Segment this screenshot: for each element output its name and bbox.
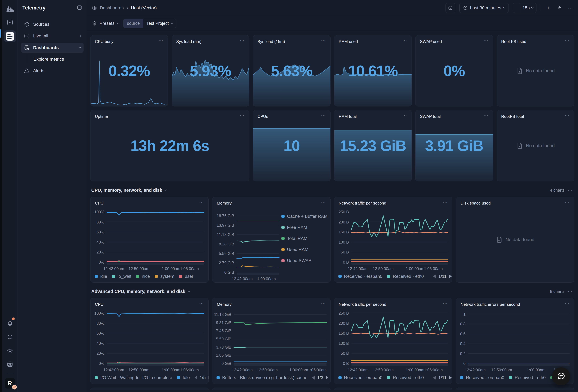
card-menu-button[interactable]: ⋯: [321, 302, 326, 305]
console-toggle-button[interactable]: [445, 3, 455, 13]
sidebar-item-alerts[interactable]: Alerts: [21, 66, 84, 76]
breadcrumb-root[interactable]: Dashboards: [100, 5, 124, 10]
card-menu-button[interactable]: ⋯: [565, 302, 570, 305]
theme-toggle-icon[interactable]: [5, 345, 15, 356]
brand-logo-icon[interactable]: [6, 4, 14, 14]
time-range-button[interactable]: Last 30 minutes: [459, 3, 509, 13]
empty-state: No data found: [456, 197, 574, 282]
pager-next-icon[interactable]: [449, 376, 452, 380]
legend-item[interactable]: Received - eth0: [509, 375, 546, 380]
card-menu-button[interactable]: ⋯: [240, 114, 245, 117]
card-menu-button[interactable]: ⋯: [565, 201, 570, 203]
chart-card-disk-space: Disk space used⋯ No data found: [456, 197, 574, 283]
pager-next-icon[interactable]: [449, 275, 452, 278]
legend-item[interactable]: Free RAM: [282, 225, 329, 230]
section-menu-button[interactable]: ⋯: [568, 189, 573, 192]
card-menu-button[interactable]: ⋯: [483, 39, 489, 42]
legend-item[interactable]: idle: [95, 274, 107, 279]
refresh-control: 15s: [513, 3, 536, 13]
support-chat-fab[interactable]: [552, 367, 570, 385]
refresh-now-button[interactable]: [513, 3, 519, 13]
pager-prev-icon[interactable]: [433, 275, 436, 278]
shortcuts-command-icon[interactable]: [5, 359, 15, 369]
stat-value: 10.61%: [334, 35, 412, 106]
more-options-button[interactable]: ⋯: [567, 4, 574, 11]
card-menu-button[interactable]: ⋯: [199, 201, 204, 203]
telemetry-app-tile[interactable]: [4, 30, 16, 42]
legend-item[interactable]: system: [155, 274, 174, 279]
svg-text:1:00:00am: 1:00:00am: [406, 368, 424, 372]
legend-item[interactable]: Cache + Buffer RAM: [282, 214, 329, 219]
add-chart-button[interactable]: +: [545, 4, 552, 11]
svg-text:1: 1: [463, 312, 466, 316]
line-chart[interactable]: 0 GiB1.86 GiB3.73 GiB5.59 GiB7.45 GiB9.3…: [213, 308, 329, 374]
sidebar-item-explore-metrics[interactable]: Explore metrics: [21, 54, 84, 64]
svg-text:100 B: 100 B: [338, 341, 349, 345]
svg-text:150 B: 150 B: [338, 230, 349, 234]
sidebar-item-live-tail[interactable]: Live tail: [21, 31, 84, 41]
chevron-down-icon[interactable]: [188, 290, 190, 292]
workspace-avatar[interactable]: R NF: [5, 378, 15, 389]
telemetry-app-icon: [6, 32, 14, 41]
pager-prev-icon[interactable]: [312, 376, 315, 380]
empty-state: No data found: [497, 35, 574, 106]
section-menu-button[interactable]: ⋯: [568, 290, 573, 293]
card-menu-button[interactable]: ⋯: [240, 39, 245, 42]
line-chart[interactable]: 0%20%40%60%80%100%12:42:00am12:50:00am1:…: [91, 308, 207, 374]
card-menu-button[interactable]: ⋯: [199, 302, 204, 305]
svg-text:50 B: 50 B: [341, 250, 349, 254]
legend-item[interactable]: I/O Wait - Waiting for I/O to complete: [95, 375, 172, 380]
card-menu-button[interactable]: ⋯: [321, 39, 326, 42]
presets-dropdown[interactable]: Presets: [92, 21, 119, 26]
card-menu-button[interactable]: ⋯: [321, 201, 326, 203]
legend-item[interactable]: Received - eth0: [387, 274, 424, 279]
line-chart[interactable]: 0 B50 B100 B150 B200 B250 B12:42:00am12:…: [335, 308, 451, 374]
legend-item[interactable]: nice: [136, 274, 150, 279]
events-lightning-button[interactable]: [556, 4, 563, 11]
pager-next-icon[interactable]: [208, 376, 208, 380]
line-chart[interactable]: 00.20.40.60.8112:42:00am12:50:00am1:00:0…: [457, 308, 573, 374]
pager-prev-icon[interactable]: [433, 376, 436, 380]
legend-item[interactable]: Received - erspan0: [460, 375, 504, 380]
card-menu-button[interactable]: ⋯: [402, 39, 407, 42]
legend-item[interactable]: user: [179, 274, 193, 279]
pager-next-icon[interactable]: [326, 376, 328, 380]
sidebar-item-sources[interactable]: Sources: [21, 19, 84, 29]
section-title[interactable]: CPU, memory, network, and disk: [91, 188, 162, 193]
card-menu-button[interactable]: ⋯: [443, 302, 448, 305]
card-title: Network traffic per second: [339, 201, 386, 206]
legend-item[interactable]: Buffers - Block device (e.g. harddisk) c…: [217, 375, 307, 380]
legend-item[interactable]: Received - erspan0: [338, 274, 383, 279]
legend-item[interactable]: Total RAM: [282, 236, 329, 241]
card-menu-button[interactable]: ⋯: [443, 201, 448, 203]
rail-divider: [6, 374, 13, 374]
legend-item[interactable]: io_wait: [112, 274, 131, 279]
card-menu-button[interactable]: ⋯: [321, 114, 326, 117]
refresh-interval-label: 15s: [523, 5, 530, 10]
card-menu-button[interactable]: ⋯: [565, 114, 570, 117]
quickstart-icon[interactable]: [5, 17, 15, 27]
section-title[interactable]: Advanced CPU, memory, network, and disk: [91, 289, 185, 294]
feedback-chat-icon[interactable]: [5, 332, 15, 342]
refresh-interval-button[interactable]: 15s: [519, 3, 536, 13]
card-menu-button[interactable]: ⋯: [565, 39, 570, 42]
line-chart[interactable]: 0 GiB2.79 GiB5.59 GiB8.38 GiB11.18 GiB13…: [213, 207, 282, 282]
sidebar-collapse-icon[interactable]: [77, 5, 82, 11]
pager-prev-icon[interactable]: [194, 376, 197, 380]
sidebar-item-label: Explore metrics: [34, 57, 64, 62]
line-chart[interactable]: 0 B50 B100 B150 B200 B250 B12:42:00am12:…: [335, 207, 451, 272]
card-menu-button[interactable]: ⋯: [483, 114, 489, 117]
chevron-down-icon[interactable]: [165, 189, 167, 191]
sidebar-item-dashboards[interactable]: Dashboards: [21, 43, 84, 53]
source-filter[interactable]: source Test Project: [123, 19, 176, 28]
notifications-bell-icon[interactable]: [5, 318, 15, 329]
legend-item[interactable]: Received - erspan0: [338, 375, 383, 380]
legend-item[interactable]: Received - eth0: [387, 375, 424, 380]
legend-item[interactable]: Used RAM: [282, 247, 329, 252]
svg-text:11.18 GiB: 11.18 GiB: [217, 232, 234, 237]
card-menu-button[interactable]: ⋯: [402, 114, 407, 117]
line-chart[interactable]: 0%20%40%60%80%100%12:42:00am12:50:00am1:…: [91, 207, 207, 272]
card-menu-button[interactable]: ⋯: [159, 39, 164, 42]
legend-item[interactable]: Used SWAP: [282, 258, 329, 263]
legend-item[interactable]: Idle: [177, 375, 190, 380]
